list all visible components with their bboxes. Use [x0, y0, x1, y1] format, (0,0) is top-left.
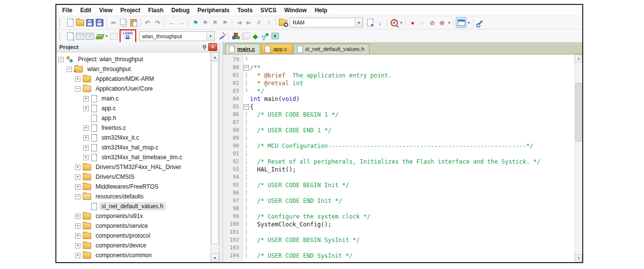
breakpoint-kill-all-button[interactable]: ⊗: [437, 18, 447, 27]
code-line-84[interactable]: 84int main(void): [223, 95, 582, 103]
tree-item-application-mdk-arm[interactable]: +Application/MDK-ARM: [56, 74, 210, 84]
tree-item-freertos-c[interactable]: +freertos.c: [56, 123, 210, 133]
menu-item-window[interactable]: Window: [280, 5, 311, 15]
tree-item-app-h[interactable]: app.h: [56, 113, 210, 123]
tab-sl-net-default-values-h[interactable]: sl_net_default_values.h: [294, 44, 370, 54]
code-line-82[interactable]: 82│ * @retval int: [223, 79, 582, 87]
code-text[interactable]: /* USER CODE BEGIN SysInit */: [250, 236, 360, 244]
copy-button[interactable]: [119, 18, 128, 27]
menu-item-help[interactable]: Help: [311, 5, 331, 15]
line-number[interactable]: 90: [223, 142, 243, 150]
outdent-button[interactable]: ⇤: [244, 18, 254, 27]
editor-scrollbar[interactable]: ▲ ▼: [574, 54, 582, 262]
fold-margin[interactable]: −: [243, 103, 250, 111]
tree-item-label[interactable]: components/device: [94, 242, 148, 249]
system-viewer-button[interactable]: [456, 17, 467, 28]
expand-icon[interactable]: +: [75, 223, 80, 229]
breakpoint-disable-all-button[interactable]: ⊘: [427, 18, 437, 27]
system-viewer-dropdown[interactable]: ▾: [467, 21, 471, 25]
code-text[interactable]: */: [250, 87, 264, 95]
code-area[interactable]: 79└80−/**81│ * @brief The application en…: [223, 54, 582, 262]
tree-item-label[interactable]: main.c: [99, 95, 121, 102]
code-text[interactable]: /* USER CODE END SysInit */: [250, 252, 353, 260]
tree-item-label[interactable]: app.c: [99, 104, 118, 112]
expand-icon[interactable]: +: [75, 233, 80, 239]
code-line-98[interactable]: 98│: [223, 205, 582, 213]
menu-item-tools[interactable]: Tools: [233, 5, 256, 15]
tree-item-resources-defaults[interactable]: −resources/defaults: [56, 192, 210, 201]
manage-books-button[interactable]: ◆: [270, 31, 280, 41]
code-line-104[interactable]: 104│ /* USER CODE END SysInit */: [223, 252, 582, 260]
fold-collapse-icon[interactable]: −: [244, 65, 249, 71]
expand-icon[interactable]: +: [83, 135, 89, 141]
line-number[interactable]: 92: [223, 158, 243, 166]
expand-icon[interactable]: +: [75, 174, 80, 180]
tree-item-sl-net-default-values-h[interactable]: sl_net_default_values.h: [56, 201, 210, 211]
manage-project-items-button[interactable]: [241, 31, 250, 41]
pin-icon[interactable]: ⚲: [202, 44, 206, 50]
line-number[interactable]: 104: [223, 252, 243, 260]
line-number[interactable]: 96: [223, 189, 243, 197]
batch-build-dropdown[interactable]: ▾: [104, 34, 109, 38]
debug-session-button[interactable]: d: [389, 18, 399, 27]
line-number[interactable]: 79: [223, 56, 243, 64]
tree-item-components-service[interactable]: +components/service: [56, 221, 210, 231]
fold-collapse-icon[interactable]: −: [244, 104, 249, 110]
tree-item-label[interactable]: Drivers/CMSIS: [94, 173, 136, 181]
menu-item-flash[interactable]: Flash: [144, 5, 167, 15]
code-line-91[interactable]: 91│: [223, 150, 582, 158]
scrollbar-thumb[interactable]: [575, 83, 582, 142]
cut-button[interactable]: ✂: [109, 18, 119, 27]
line-number[interactable]: 81: [223, 72, 243, 79]
line-number[interactable]: 103: [223, 244, 243, 252]
tree-item-label[interactable]: components/service: [94, 222, 150, 230]
expand-icon[interactable]: +: [75, 184, 80, 190]
toolbar-grip[interactable]: [59, 32, 63, 40]
tree-item-middlewares-freertos[interactable]: +Middlewares/FreeRTOS: [56, 182, 210, 192]
redo-button[interactable]: ↷: [152, 18, 162, 27]
tree-item-app-c[interactable]: +app.c: [56, 103, 210, 113]
code-text[interactable]: /**: [250, 64, 261, 72]
code-line-88[interactable]: 88│ /* USER CODE END 1 */: [223, 126, 582, 134]
code-text[interactable]: SystemClock_Config();: [250, 220, 331, 228]
collapse-icon[interactable]: −: [58, 57, 64, 62]
expand-icon[interactable]: +: [83, 125, 89, 131]
paste-button[interactable]: [128, 18, 138, 27]
code-line-96[interactable]: 96│: [223, 189, 582, 197]
code-line-92[interactable]: 92│ /* Reset of all peripherals, Initial…: [223, 158, 582, 166]
line-number[interactable]: 97: [223, 197, 243, 205]
line-number[interactable]: 98: [223, 205, 243, 213]
expand-icon[interactable]: +: [83, 96, 89, 101]
expand-icon[interactable]: +: [75, 165, 80, 170]
find-in-files-button[interactable]: [278, 18, 288, 27]
line-number[interactable]: 91: [223, 150, 243, 158]
line-number[interactable]: 95: [223, 181, 243, 189]
line-number[interactable]: 87: [223, 119, 243, 126]
code-text[interactable]: HAL_Init();: [250, 166, 296, 173]
line-number[interactable]: 86: [223, 111, 243, 119]
chevron-down-icon[interactable]: ▾: [206, 32, 214, 40]
tree-item-drivers-stm32f4xx-hal-driver[interactable]: +Drivers/STM32F4xx_HAL_Driver: [56, 162, 210, 172]
browse-references-button[interactable]: ↓: [375, 18, 385, 27]
code-line-95[interactable]: 95│ /* USER CODE BEGIN Init */: [223, 181, 582, 189]
code-text[interactable]: /* MCU Configuration--------------------…: [250, 142, 533, 150]
scroll-up-button[interactable]: ▲: [211, 52, 219, 61]
code-line-100[interactable]: 100│ SystemClock_Config();: [223, 220, 582, 228]
tree-item-label[interactable]: freertos.c: [99, 124, 128, 132]
tree-scrollbar[interactable]: ▲ ▼: [210, 52, 219, 262]
tree-item-components-common[interactable]: +components/common: [56, 250, 210, 260]
code-line-79[interactable]: 79└: [223, 56, 582, 64]
collapse-icon[interactable]: −: [75, 194, 80, 199]
menu-item-view[interactable]: View: [95, 5, 116, 15]
save-button[interactable]: [85, 18, 95, 27]
code-text[interactable]: {: [250, 103, 253, 111]
bookmark-clear-button[interactable]: ⚑: [220, 18, 230, 27]
tab-app-c[interactable]: app.c: [261, 44, 292, 54]
chevron-down-icon[interactable]: ▾: [355, 19, 363, 26]
line-number[interactable]: 101: [223, 228, 243, 236]
panel-splitter[interactable]: [219, 42, 223, 262]
expand-icon[interactable]: +: [75, 243, 80, 248]
menu-item-project[interactable]: Project: [116, 5, 144, 15]
tree-item-label[interactable]: stm32f4xx_it.c: [99, 134, 141, 142]
expand-icon[interactable]: +: [75, 214, 80, 219]
